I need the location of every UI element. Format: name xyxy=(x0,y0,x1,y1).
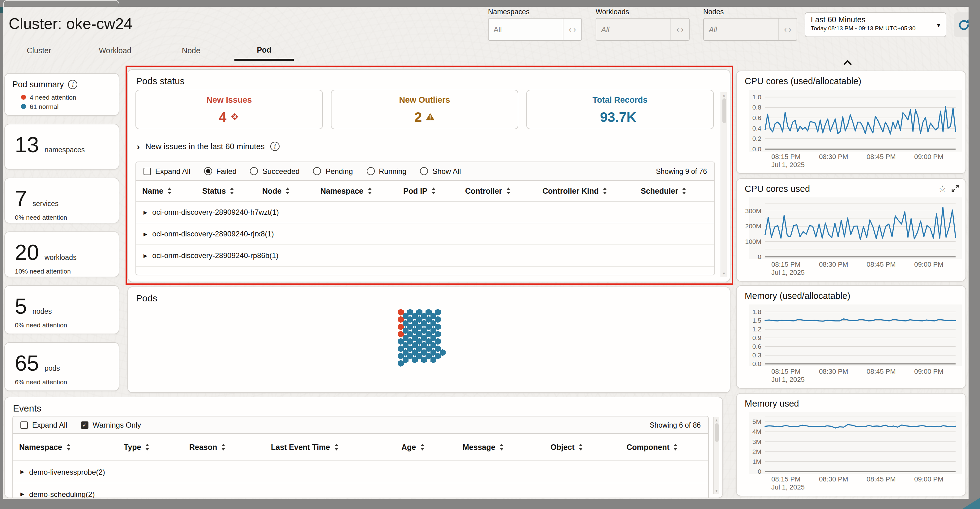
expand-row-icon[interactable]: ▶ xyxy=(21,491,24,497)
summary-label: services xyxy=(32,200,59,207)
tab-cluster[interactable]: Cluster xyxy=(9,41,68,61)
sort-icon[interactable] xyxy=(168,188,171,194)
scroll-down-icon[interactable]: ▼ xyxy=(715,488,718,494)
sort-icon[interactable] xyxy=(368,188,371,194)
filter-select[interactable]: Nodes All ‹ › xyxy=(703,8,797,41)
pod-summary-card[interactable]: Pod summary i 4 need attention 61 normal xyxy=(4,73,119,116)
info-icon[interactable]: i xyxy=(270,142,280,151)
filter-input[interactable]: All ‹ › xyxy=(488,18,582,41)
next-icon[interactable]: › xyxy=(789,26,791,34)
filter-input[interactable]: All ‹ › xyxy=(596,18,690,41)
prev-icon[interactable]: ‹ xyxy=(784,26,787,34)
sort-icon[interactable] xyxy=(221,444,225,450)
sort-icon[interactable] xyxy=(146,444,150,450)
pods-table-header: Name Status Node Namespace Pod IP Contro… xyxy=(136,181,714,202)
namespaces-summary-card[interactable]: 13 namespaces xyxy=(4,124,119,169)
services-summary-card[interactable]: 7 services 0% need attention xyxy=(4,178,119,223)
column-header[interactable]: Message xyxy=(463,443,550,452)
sort-icon[interactable] xyxy=(432,188,436,194)
table-row[interactable]: ▶ demo-scheduling(2) xyxy=(13,483,708,498)
scrollbar[interactable]: ▲ ▼ xyxy=(721,92,727,277)
table-row[interactable]: ▶ demo-livenessprobe(2) xyxy=(13,461,708,483)
nodes-summary-card[interactable]: 5 nodes 0% need attention xyxy=(4,285,119,334)
expand-all-checkbox[interactable]: Expand All xyxy=(21,421,67,429)
filter-select[interactable]: Namespaces All ‹ › xyxy=(488,8,582,41)
filter-label: Namespaces xyxy=(488,8,582,16)
radio-succeeded[interactable]: Succeeded xyxy=(250,167,300,176)
column-header[interactable]: Type xyxy=(124,443,189,452)
stat-label: Total Records xyxy=(592,95,648,105)
expand-row-icon[interactable]: ▶ xyxy=(143,253,147,258)
showing-count: Showing 6 of 86 xyxy=(650,421,701,429)
expand-row-icon[interactable]: ▶ xyxy=(143,209,147,215)
scroll-up-icon[interactable]: ▲ xyxy=(722,92,726,98)
collapse-charts-button[interactable] xyxy=(839,58,855,67)
next-icon[interactable]: › xyxy=(573,26,576,34)
sort-icon[interactable] xyxy=(674,444,678,450)
tab-pod[interactable]: Pod xyxy=(234,41,294,61)
new-issues-expander[interactable]: › New issues in the last 60 minutes i xyxy=(137,142,280,151)
sort-icon[interactable] xyxy=(334,444,338,450)
filter-input[interactable]: All ‹ › xyxy=(703,18,797,41)
column-header[interactable]: Scheduler xyxy=(641,187,715,195)
column-header[interactable]: Object xyxy=(550,443,627,452)
radio-running[interactable]: Running xyxy=(366,167,406,176)
scroll-thumb[interactable] xyxy=(722,98,726,123)
expand-row-icon[interactable]: ▶ xyxy=(21,469,24,475)
sort-icon[interactable] xyxy=(500,444,503,450)
scroll-thumb[interactable] xyxy=(715,423,718,442)
filter-select[interactable]: Workloads All ‹ › xyxy=(596,8,690,41)
sort-icon[interactable] xyxy=(682,188,686,194)
radio-show-all[interactable]: Show All xyxy=(420,167,461,176)
pods-summary-card[interactable]: 65 pods 6% need attention xyxy=(4,342,119,391)
table-row[interactable]: ▶ oci-onm-discovery-28909240-rp86b(1) xyxy=(136,245,714,267)
tab-node[interactable]: Node xyxy=(161,41,221,61)
resize-corner[interactable] xyxy=(961,497,980,509)
new-outliers-stat-card[interactable]: New Outliers 2 xyxy=(331,90,518,129)
svg-text:08:15 PM: 08:15 PM xyxy=(771,368,800,375)
refresh-button[interactable] xyxy=(954,13,968,37)
column-header[interactable]: Status xyxy=(202,187,262,195)
summary-sub: 10% need attention xyxy=(15,267,111,274)
expand-chart-icon[interactable] xyxy=(951,184,959,193)
sort-icon[interactable] xyxy=(420,444,424,450)
column-header[interactable]: Node xyxy=(262,187,320,195)
total-records-stat-card[interactable]: Total Records 93.7K xyxy=(527,90,714,129)
warnings-only-checkbox[interactable]: ✓ Warnings Only xyxy=(81,421,141,429)
scroll-down-icon[interactable]: ▼ xyxy=(722,270,726,277)
workloads-summary-card[interactable]: 20 workloads 10% need attention xyxy=(4,231,119,277)
column-header[interactable]: Reason xyxy=(189,443,271,452)
new-issues-stat-card[interactable]: New Issues 4 xyxy=(135,90,323,129)
column-header[interactable]: Name xyxy=(142,187,202,195)
column-header[interactable]: Namespace xyxy=(320,187,403,195)
column-header[interactable]: Namespace xyxy=(19,443,124,452)
expand-row-icon[interactable]: ▶ xyxy=(143,231,147,237)
column-header[interactable]: Controller Kind xyxy=(542,187,641,195)
column-header[interactable]: Component xyxy=(627,443,707,452)
prev-icon[interactable]: ‹ xyxy=(569,26,571,34)
favorite-star-icon[interactable]: ☆ xyxy=(939,184,946,193)
radio-failed[interactable]: Failed xyxy=(204,167,236,176)
column-header[interactable]: Pod IP xyxy=(403,187,465,195)
sort-icon[interactable] xyxy=(286,188,290,194)
column-header[interactable]: Last Event Time xyxy=(271,443,401,452)
sort-icon[interactable] xyxy=(506,188,510,194)
sort-icon[interactable] xyxy=(603,188,607,194)
scrollbar[interactable]: ▲ ▼ xyxy=(713,417,719,494)
prev-icon[interactable]: ‹ xyxy=(676,26,679,34)
table-row[interactable]: ▶ oci-onm-discovery-28909240-h7wzt(1) xyxy=(136,202,714,223)
column-header[interactable]: Age xyxy=(401,443,463,452)
radio-pending[interactable]: Pending xyxy=(313,167,353,176)
expand-all-checkbox[interactable]: Expand All xyxy=(143,167,190,176)
chevron-down-icon: ▼ xyxy=(936,22,941,29)
scroll-up-icon[interactable]: ▲ xyxy=(715,417,718,423)
sort-icon[interactable] xyxy=(67,444,70,450)
time-range-select[interactable]: Last 60 Minutes Today 08:13 PM - 09:13 P… xyxy=(805,13,946,37)
sort-icon[interactable] xyxy=(579,444,582,450)
info-icon[interactable]: i xyxy=(68,80,78,89)
table-row[interactable]: ▶ oci-onm-discovery-28909240-rjrx8(1) xyxy=(136,223,714,245)
next-icon[interactable]: › xyxy=(681,26,684,34)
column-header[interactable]: Controller xyxy=(465,187,542,195)
tab-workload[interactable]: Workload xyxy=(85,41,145,61)
sort-icon[interactable] xyxy=(230,188,234,194)
